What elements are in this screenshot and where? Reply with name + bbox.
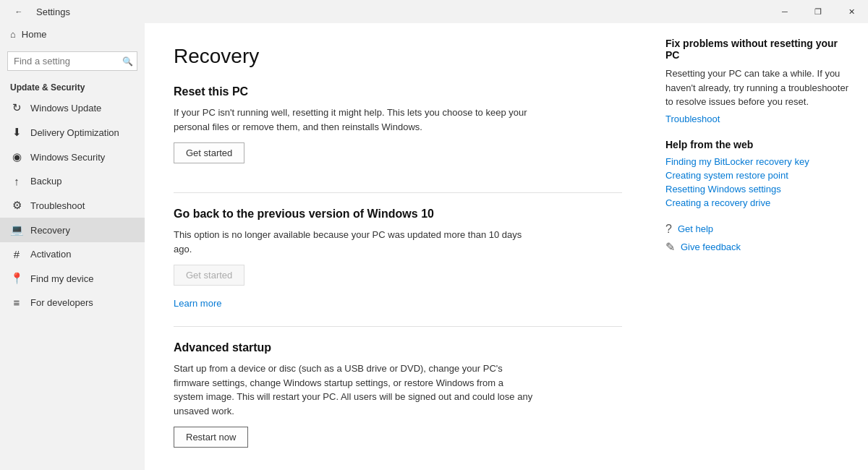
sidebar-item-for-developers[interactable]: ≡ For developers [0, 291, 145, 315]
backup-icon: ↑ [10, 175, 23, 187]
activation-icon: # [10, 248, 23, 260]
sidebar-item-label: Activation [30, 249, 71, 260]
minimize-button[interactable]: ─ [768, 0, 801, 23]
restart-now-button[interactable]: Restart now [174, 427, 248, 448]
sidebar-item-windows-update[interactable]: ↻ Windows Update [0, 95, 145, 120]
sidebar-item-home[interactable]: ⌂ Home [0, 23, 145, 46]
reset-pc-desc: If your PC isn't running well, resetting… [174, 106, 535, 134]
advanced-startup-desc: Start up from a device or disc (such as … [174, 362, 535, 418]
reset-pc-section: Reset this PC If your PC isn't running w… [174, 85, 622, 175]
help-link-0[interactable]: Finding my BitLocker recovery key [665, 156, 854, 167]
get-help-icon: ? [665, 223, 672, 236]
go-back-title: Go back to the previous version of Windo… [174, 208, 622, 221]
recovery-icon: 💻 [10, 223, 23, 236]
advanced-startup-section: Advanced startup Start up from a device … [174, 341, 622, 459]
sidebar-item-windows-security[interactable]: ◉ Windows Security [0, 145, 145, 169]
home-icon: ⌂ [10, 29, 16, 40]
learn-more-link[interactable]: Learn more [174, 298, 221, 309]
reset-pc-title: Reset this PC [174, 85, 622, 98]
windows-update-icon: ↻ [10, 101, 23, 114]
sidebar-item-label: Troubleshoot [30, 200, 85, 211]
sidebar-section-label: Update & Security [0, 77, 145, 95]
sidebar-item-label: For developers [30, 297, 93, 308]
sidebar-item-label: Backup [30, 176, 61, 187]
help-from-web-section: Help from the web Finding my BitLocker r… [665, 139, 854, 208]
reset-pc-button[interactable]: Get started [174, 142, 244, 163]
developers-icon: ≡ [10, 296, 23, 309]
titlebar-title: Settings [36, 7, 70, 17]
go-back-section: Go back to the previous version of Windo… [174, 208, 622, 309]
sidebar-search: 🔍 [7, 51, 137, 71]
delivery-icon: ⬇ [10, 126, 23, 139]
main-content: Recovery Reset this PC If your PC isn't … [145, 23, 651, 470]
help-feedback-section: ? Get help ✎ Give feedback [665, 223, 854, 254]
go-back-button[interactable]: Get started [174, 265, 244, 286]
find-device-icon: 📍 [10, 272, 23, 285]
sidebar-item-find-my-device[interactable]: 📍 Find my device [0, 266, 145, 291]
give-feedback-icon: ✎ [665, 240, 675, 254]
sidebar-item-label: Delivery Optimization [30, 127, 119, 138]
give-feedback-link[interactable]: Give feedback [681, 242, 741, 252]
search-input[interactable] [7, 51, 137, 71]
divider-1 [174, 192, 622, 193]
sidebar-item-label: Find my device [30, 273, 93, 284]
titlebar: ← Settings ─ ❐ ✕ [0, 0, 868, 23]
back-button[interactable]: ← [7, 0, 30, 23]
sidebar-item-troubleshoot[interactable]: ⚙ Troubleshoot [0, 193, 145, 218]
fix-problems-title: Fix problems without resetting your PC [665, 38, 854, 61]
app-body: ⌂ Home 🔍 Update & Security ↻ Windows Upd… [0, 23, 868, 470]
restore-button[interactable]: ❐ [801, 0, 835, 23]
troubleshoot-icon: ⚙ [10, 199, 23, 212]
sidebar-item-label: Windows Security [30, 152, 105, 163]
troubleshoot-link[interactable]: Troubleshoot [665, 114, 854, 124]
sidebar: ⌂ Home 🔍 Update & Security ↻ Windows Upd… [0, 23, 145, 470]
page-title: Recovery [174, 45, 622, 68]
right-panel: Fix problems without resetting your PC R… [651, 23, 868, 470]
advanced-startup-title: Advanced startup [174, 341, 622, 354]
fix-problems-section: Fix problems without resetting your PC R… [665, 38, 854, 124]
security-icon: ◉ [10, 150, 23, 163]
get-help-link[interactable]: Get help [678, 223, 713, 234]
close-button[interactable]: ✕ [835, 0, 868, 23]
go-back-desc: This option is no longer available becau… [174, 228, 535, 256]
sidebar-item-backup[interactable]: ↑ Backup [0, 169, 145, 193]
fix-problems-desc: Resetting your PC can take a while. If y… [665, 67, 854, 109]
get-help-item: ? Get help [665, 223, 854, 236]
sidebar-item-delivery-optimization[interactable]: ⬇ Delivery Optimization [0, 120, 145, 145]
search-icon: 🔍 [122, 56, 133, 67]
help-link-2[interactable]: Resetting Windows settings [665, 184, 854, 195]
sidebar-item-activation[interactable]: # Activation [0, 242, 145, 266]
sidebar-item-recovery[interactable]: 💻 Recovery [0, 218, 145, 242]
give-feedback-item: ✎ Give feedback [665, 240, 854, 254]
divider-2 [174, 326, 622, 327]
sidebar-item-label: Recovery [30, 225, 70, 236]
help-link-3[interactable]: Creating a recovery drive [665, 197, 854, 208]
titlebar-controls: ─ ❐ ✕ [768, 0, 868, 23]
sidebar-item-label: Windows Update [30, 103, 101, 114]
help-link-1[interactable]: Creating system restore point [665, 170, 854, 181]
titlebar-left: ← Settings [7, 0, 70, 23]
sidebar-home-label: Home [22, 29, 47, 40]
help-from-web-title: Help from the web [665, 139, 854, 150]
